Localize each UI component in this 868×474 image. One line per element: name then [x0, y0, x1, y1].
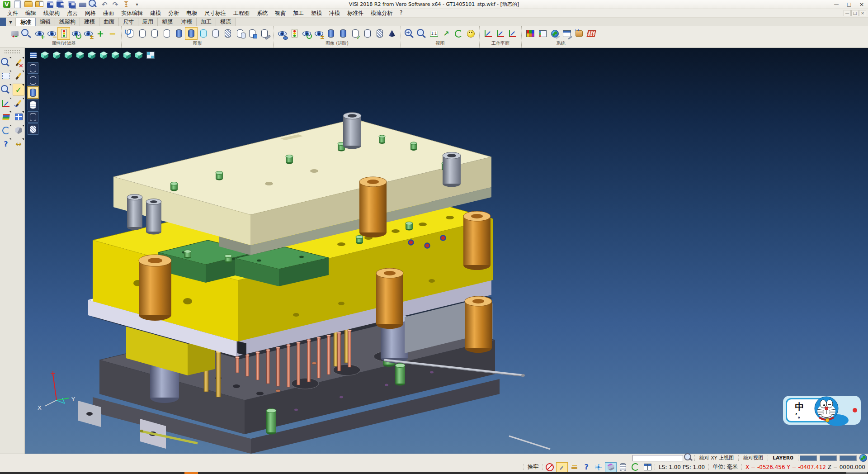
- menu-item[interactable]: 建模: [146, 9, 165, 18]
- menu-item[interactable]: 网格: [81, 9, 99, 18]
- cyl-blue-icon[interactable]: [325, 28, 337, 39]
- help-blue-icon[interactable]: [581, 463, 592, 472]
- menu-item[interactable]: 冲模: [326, 9, 344, 18]
- save-as-icon[interactable]: [56, 0, 66, 9]
- view-cube-icon[interactable]: [98, 50, 109, 61]
- paint-erase-icon[interactable]: [9, 28, 21, 39]
- menu-item[interactable]: 加工: [289, 9, 307, 18]
- view-cube-icon[interactable]: [51, 50, 62, 61]
- grid-red-icon[interactable]: [585, 28, 597, 39]
- cyl-outline-icon[interactable]: [161, 28, 173, 39]
- table-settings-icon[interactable]: [561, 28, 573, 39]
- zoom-scale-icon[interactable]: [0, 84, 11, 95]
- view-cube-icon[interactable]: [133, 50, 144, 61]
- window-views-icon[interactable]: [13, 111, 24, 122]
- print-icon[interactable]: [78, 0, 88, 9]
- ime-punctuation[interactable]: ’。: [795, 412, 804, 418]
- eye-refresh-icon[interactable]: [70, 28, 82, 39]
- close-button[interactable]: ×: [855, 0, 868, 9]
- menu-item[interactable]: 尺寸标注: [201, 9, 230, 18]
- active-layer-button[interactable]: LAYER0: [768, 455, 798, 461]
- vcyl-lines-icon[interactable]: [28, 99, 38, 110]
- eye-remove-icon[interactable]: [46, 28, 57, 39]
- view-filter-icon[interactable]: [0, 57, 11, 68]
- history-icon[interactable]: [121, 0, 131, 9]
- save-all-icon[interactable]: [67, 0, 77, 9]
- menu-item[interactable]: 分析: [165, 9, 183, 18]
- cyl-outline-icon[interactable]: [149, 28, 160, 39]
- toolbar-tab[interactable]: 线架构: [55, 18, 80, 26]
- menu-item[interactable]: 标准件: [344, 9, 367, 18]
- eye-pair-icon[interactable]: [276, 28, 288, 39]
- minus-yellow-icon[interactable]: [107, 28, 118, 39]
- curve-pencil-icon[interactable]: [13, 98, 24, 109]
- workplane-xyz-icon[interactable]: [482, 28, 494, 39]
- traffic-light-icon[interactable]: [288, 28, 300, 39]
- eye-refresh-icon[interactable]: [301, 28, 312, 39]
- stamp-icon[interactable]: [569, 463, 580, 472]
- new-doc-icon[interactable]: [13, 0, 23, 9]
- toolbar-tab[interactable]: 标准: [16, 18, 36, 26]
- view-cube-icon[interactable]: [122, 50, 132, 61]
- toolbar-tab[interactable]: 冲模: [177, 18, 197, 26]
- confirm-check-icon[interactable]: [13, 84, 24, 95]
- view-cube-icon[interactable]: [39, 50, 50, 61]
- cyl-blue-icon[interactable]: [337, 28, 349, 39]
- forbid-icon[interactable]: [544, 463, 555, 472]
- view-mode-status[interactable]: 绝对 XY 上视图: [695, 455, 738, 461]
- view-cube-icon[interactable]: [75, 50, 85, 61]
- mdi-close-button[interactable]: ×: [859, 10, 866, 16]
- search-input[interactable]: [632, 455, 683, 461]
- view-smiley-icon[interactable]: [465, 28, 476, 39]
- vcyl-outline-icon[interactable]: [28, 75, 38, 86]
- cyl-cyan-icon[interactable]: [198, 28, 209, 39]
- measure-distance-icon[interactable]: [13, 138, 24, 149]
- zoom-window-icon[interactable]: [416, 28, 428, 39]
- cyl-white-icon[interactable]: [210, 28, 222, 39]
- preview-icon[interactable]: [89, 0, 99, 9]
- eye-plusminus-icon[interactable]: [313, 28, 325, 39]
- view-refresh-icon[interactable]: [453, 28, 464, 39]
- cyl-hatch-icon[interactable]: [374, 28, 386, 39]
- ime-input-widget[interactable]: 中 ’。: [783, 396, 861, 425]
- traffic-light-icon[interactable]: [58, 28, 70, 39]
- workplane-move-icon[interactable]: [507, 28, 519, 39]
- minimize-button[interactable]: —: [830, 0, 843, 9]
- view-cube-icon[interactable]: [63, 50, 74, 61]
- color-palette-icon[interactable]: [524, 28, 536, 39]
- view-cube-icon[interactable]: [110, 50, 121, 61]
- menu-item[interactable]: 工程图: [230, 9, 253, 18]
- layers-palette-icon[interactable]: [0, 111, 11, 122]
- toolbar-tab[interactable]: 尺寸: [119, 18, 138, 26]
- pan-arrow-icon[interactable]: [440, 28, 452, 39]
- open-part-icon[interactable]: [34, 0, 44, 9]
- cyl-group-icon[interactable]: [234, 28, 246, 39]
- ime-mode-chinese[interactable]: 中: [795, 402, 804, 411]
- snap-hand-icon[interactable]: [573, 28, 585, 39]
- menu-item[interactable]: 线架构: [40, 9, 63, 18]
- color-swatch[interactable]: [840, 455, 857, 461]
- sketch-pen-icon[interactable]: [13, 71, 24, 81]
- cyl-outline-icon[interactable]: [137, 28, 148, 39]
- cyl-blue-icon[interactable]: [185, 28, 197, 39]
- help-question-icon[interactable]: [0, 138, 11, 149]
- cyl-hatch-icon[interactable]: [222, 28, 234, 39]
- visi-logo-icon[interactable]: [2, 0, 12, 9]
- window-grid-icon[interactable]: [642, 463, 653, 472]
- cyl-wrench-icon[interactable]: [259, 28, 270, 39]
- view-reference-status[interactable]: 绝对视图: [739, 455, 768, 461]
- cyl-blue-icon[interactable]: [173, 28, 185, 39]
- workplane-axis-icon[interactable]: [0, 98, 11, 109]
- menu-item[interactable]: 塑模: [307, 9, 326, 18]
- redo-icon[interactable]: [110, 0, 120, 9]
- vcyl-hatch-icon[interactable]: [28, 123, 38, 135]
- menu-item[interactable]: 编辑: [22, 9, 40, 18]
- open-folder-icon[interactable]: [24, 0, 33, 9]
- undo-icon[interactable]: [99, 0, 109, 9]
- vcyl-blue-icon[interactable]: [28, 87, 38, 98]
- mdi-restore-button[interactable]: □: [851, 10, 859, 16]
- doc-preview-icon[interactable]: [21, 28, 33, 39]
- cyl-refresh-icon[interactable]: [124, 28, 136, 39]
- toolbar-tab[interactable]: 加工: [197, 18, 216, 26]
- view-multi-icon[interactable]: [145, 50, 156, 61]
